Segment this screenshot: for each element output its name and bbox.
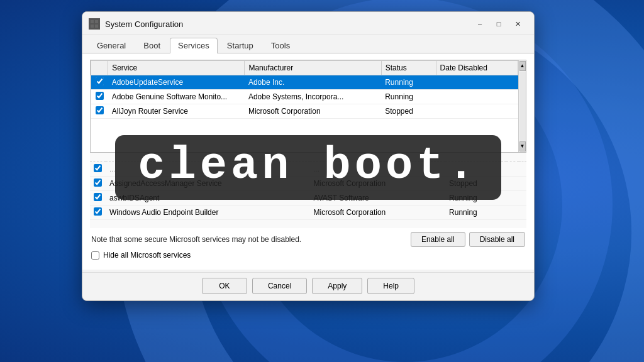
hide-microsoft-checkbox[interactable] (91, 251, 99, 260)
titlebar: System Configuration – □ ✕ (82, 12, 534, 35)
tab-tools[interactable]: Tools (263, 38, 298, 53)
tab-startup[interactable]: Startup (219, 38, 262, 53)
row-manufacturer: Adobe Systems, Incorpora... (245, 90, 381, 104)
table-row[interactable]: ... ... (90, 162, 526, 176)
tab-general[interactable]: General (89, 38, 134, 53)
row-status: Stopped (445, 176, 506, 190)
enable-all-button[interactable]: Enable all (411, 232, 465, 247)
svg-rect-3 (95, 25, 98, 28)
tabs-bar: General Boot Services Startup Tools (82, 35, 534, 53)
row-status (445, 162, 506, 176)
footer-row: OK Cancel Apply Help (82, 272, 534, 300)
row-checkbox-cell[interactable] (90, 162, 106, 176)
row-checkbox[interactable] (94, 207, 102, 216)
row-manufacturer: Microsoft Corporation (245, 104, 381, 119)
table-row[interactable]: aswbIDSAgent AVAST Software Running (90, 190, 526, 205)
minimize-button[interactable]: – (471, 17, 489, 31)
row-service-name: Windows Audio Endpoint Builder (106, 205, 310, 219)
row-checkbox-cell[interactable] (90, 176, 106, 190)
close-button[interactable]: ✕ (509, 17, 526, 31)
row-disabled (436, 104, 518, 119)
window-title: System Configuration (105, 19, 183, 29)
window-controls: – □ ✕ (471, 17, 526, 31)
row-status: Running (445, 205, 506, 219)
table-row[interactable]: AdobeUpdateService Adobe Inc. Running (91, 75, 518, 90)
svg-rect-1 (95, 20, 98, 23)
hide-microsoft-label: Hide all Microsoft services (103, 251, 191, 260)
row-disabled (506, 205, 519, 219)
services-table: Service Manufacturer Status Date Disable… (91, 60, 518, 119)
row-checkbox-cell[interactable] (91, 75, 108, 90)
table-row[interactable]: AllJoyn Router Service Microsoft Corpora… (91, 104, 518, 119)
row-status: Running (381, 90, 436, 104)
hide-row: Hide all Microsoft services (90, 248, 526, 263)
table-row[interactable]: Windows Audio Endpoint Builder Microsoft… (90, 205, 526, 219)
row-disabled (436, 90, 518, 104)
row-manufacturer: ... (310, 162, 446, 176)
row-manufacturer: Microsoft Corporation (310, 205, 446, 219)
tab-boot[interactable]: Boot (135, 38, 169, 53)
row-manufacturer: Adobe Inc. (245, 75, 381, 90)
tab-services[interactable]: Services (170, 38, 218, 53)
disable-all-button[interactable]: Disable all (469, 232, 525, 247)
row-checkbox-cell[interactable] (91, 104, 108, 119)
table-header: Service Manufacturer Status Date Disable… (91, 61, 518, 75)
row-disabled (506, 162, 519, 176)
row-checkbox[interactable] (94, 178, 102, 187)
scrollbar[interactable]: ▲ ▼ (518, 60, 526, 152)
titlebar-left: System Configuration (89, 18, 183, 30)
col-checkbox (91, 61, 108, 75)
row-checkbox[interactable] (94, 164, 102, 172)
row-status: Running (445, 190, 506, 205)
row-checkbox[interactable] (94, 193, 102, 201)
ok-button[interactable]: OK (202, 278, 247, 294)
col-disabled-header[interactable]: Date Disabled (436, 61, 518, 75)
row-checkbox[interactable] (96, 77, 104, 85)
table-row[interactable]: Adobe Genuine Software Monito... Adobe S… (91, 90, 518, 104)
row-disabled (506, 190, 519, 205)
row-status: Running (381, 75, 436, 90)
note-row: Note that some secure Microsoft services… (90, 228, 526, 248)
row-service-name: Adobe Genuine Software Monito... (108, 90, 245, 104)
col-manufacturer-header[interactable]: Manufacturer (245, 61, 381, 75)
row-service-name: AdobeUpdateService (108, 75, 245, 90)
row-disabled (506, 176, 519, 190)
row-service-name: aswbIDSAgent (106, 190, 310, 205)
help-button[interactable]: Help (367, 278, 414, 294)
svg-rect-0 (91, 20, 94, 23)
row-manufacturer: AVAST Software (310, 190, 446, 205)
cancel-button[interactable]: Cancel (252, 278, 307, 294)
svg-rect-2 (91, 25, 94, 28)
row-disabled (436, 75, 518, 90)
row-service-name: ... (106, 162, 310, 176)
row-status: Stopped (381, 104, 436, 119)
window-icon (89, 18, 100, 30)
note-text: Note that some secure Microsoft services… (91, 235, 301, 244)
button-group: Enable all Disable all (411, 232, 525, 247)
row-checkbox-cell[interactable] (90, 205, 106, 219)
table-row[interactable]: AssignedAccessManager Service Microsoft … (90, 176, 526, 190)
row-service-name: AllJoyn Router Service (108, 104, 245, 119)
col-service-header[interactable]: Service (108, 61, 245, 75)
system-config-window: System Configuration – □ ✕ General Boot … (82, 11, 535, 301)
col-status-header[interactable]: Status (381, 61, 436, 75)
apply-button[interactable]: Apply (312, 278, 362, 294)
row-checkbox-cell[interactable] (90, 190, 106, 205)
maximize-button[interactable]: □ (490, 17, 508, 31)
content-area: Service Manufacturer Status Date Disable… (82, 53, 534, 270)
row-checkbox-cell[interactable] (91, 90, 108, 104)
row-checkbox[interactable] (96, 106, 104, 114)
services-table-lower: ... ... AssignedAccessManager Service Mi… (90, 162, 526, 220)
row-manufacturer: Microsoft Corporation (310, 176, 446, 190)
row-service-name: AssignedAccessManager Service (106, 176, 310, 190)
row-checkbox[interactable] (96, 92, 104, 100)
